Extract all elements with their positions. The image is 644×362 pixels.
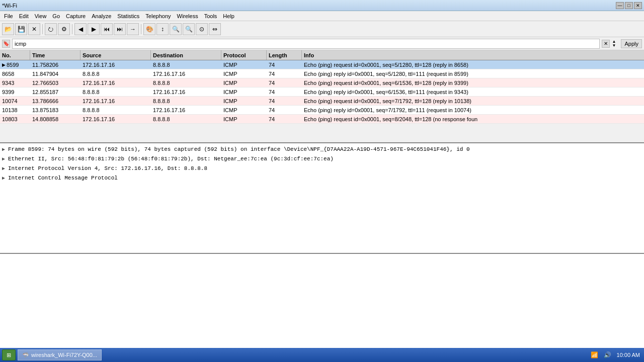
cell-length: 74 [267, 69, 302, 78]
filter-next-button[interactable]: ▼ [612, 44, 619, 48]
start-button[interactable]: ⊞ [2, 349, 16, 360]
cell-protocol: ICMP [221, 106, 267, 114]
hex-pane [0, 254, 644, 350]
detail-item-ip[interactable]: ▶Internet Protocol Version 4, Src: 172.1… [0, 163, 644, 173]
cell-length: 74 [267, 97, 302, 105]
capture-options-button[interactable]: ⚙ [58, 23, 70, 35]
detail-text: Internet Control Message Protocol [8, 175, 118, 181]
wireshark-taskbar-icon: 🦈 [22, 352, 29, 358]
table-row[interactable]: 939912.8551878.8.8.8172.16.17.16ICMP74Ec… [0, 87, 644, 97]
titlebar: *Wi-Fi — □ ✕ [0, 0, 644, 11]
menu-item-tools[interactable]: Tools [201, 12, 220, 20]
cell-source: 8.8.8.8 [80, 87, 151, 96]
col-protocol[interactable]: Protocol [221, 50, 267, 60]
menu-item-view[interactable]: View [32, 12, 50, 20]
toolbar-divider-1 [42, 24, 43, 34]
first-packet-button[interactable]: ⏮ [101, 23, 113, 35]
windows-icon: ⊞ [7, 352, 11, 358]
cell-source: 172.16.17.16 [80, 115, 151, 123]
cell-protocol: ICMP [221, 115, 267, 123]
menu-item-wireless[interactable]: Wireless [174, 12, 201, 20]
toolbar-divider-3 [141, 24, 141, 34]
filter-clear-button[interactable]: ✕ [602, 40, 610, 48]
packet-list-header: No. Time Source Destination Protocol Len… [0, 50, 644, 60]
filter-input[interactable]: icmp [12, 39, 600, 49]
cell-destination: 172.16.17.16 [151, 87, 221, 96]
cell-source: 8.8.8.8 [80, 106, 151, 114]
cell-time: 13.786666 [30, 97, 80, 105]
table-row[interactable]: 934312.766503172.16.17.168.8.8.8ICMP74Ec… [0, 78, 644, 87]
tray-network-icon: 📶 [591, 351, 599, 359]
cell-length: 74 [267, 115, 302, 123]
cell-length: 74 [267, 78, 302, 87]
zoom-out-button[interactable]: 🔍 [183, 23, 195, 35]
cell-destination: 8.8.8.8 [151, 115, 221, 123]
cell-no: 9343 [0, 78, 30, 87]
toolbar: 📂 💾 ✕ ⭮ ⚙ ◀ ▶ ⏮ ⏭ → 🎨 ↕ 🔍 🔍 ⊙ ⇔ [0, 21, 644, 37]
cell-time: 11.758206 [30, 60, 80, 69]
col-time[interactable]: Time [30, 50, 80, 60]
cell-protocol: ICMP [221, 69, 267, 78]
cell-source: 172.16.17.16 [80, 60, 151, 69]
detail-pane: ▶Frame 8599: 74 bytes on wire (592 bits)… [0, 143, 644, 254]
menu-item-edit[interactable]: Edit [16, 12, 32, 20]
cell-length: 74 [267, 106, 302, 114]
cell-destination: 8.8.8.8 [151, 60, 221, 69]
detail-expand-icon: ▶ [2, 165, 8, 171]
cell-no: 10074 [0, 97, 30, 105]
table-row[interactable]: 865811.8479048.8.8.8172.16.17.16ICMP74Ec… [0, 69, 644, 78]
filter-apply-button[interactable]: Apply [621, 39, 642, 48]
col-info[interactable]: Info [302, 50, 644, 60]
cell-time: 12.766503 [30, 78, 80, 87]
colorize-button[interactable]: 🎨 [143, 23, 155, 35]
save-button[interactable]: 💾 [15, 23, 27, 35]
table-row[interactable]: 1007413.786666172.16.17.168.8.8.8ICMP74E… [0, 97, 644, 106]
resize-columns-button[interactable]: ⇔ [209, 23, 221, 35]
menu-item-file[interactable]: File [1, 12, 16, 20]
menu-item-go[interactable]: Go [49, 12, 63, 20]
prev-packet-button[interactable]: ◀ [74, 23, 87, 35]
table-row[interactable]: 1013813.8751838.8.8.8172.16.17.16ICMP74E… [0, 106, 644, 115]
cell-source: 172.16.17.16 [80, 78, 151, 87]
go-to-packet-button[interactable]: → [127, 23, 139, 35]
detail-item-icmp[interactable]: ▶Internet Control Message Protocol [0, 173, 644, 183]
col-length[interactable]: Length [267, 50, 302, 60]
filter-nav: ▲ ▼ [612, 40, 619, 48]
menu-item-analyze[interactable]: Analyze [89, 12, 114, 20]
close-button[interactable]: ✕ [634, 2, 642, 9]
cell-length: 74 [267, 87, 302, 96]
zoom-reset-button[interactable]: ⊙ [196, 23, 208, 35]
filterbar: 🔖 icmp ✕ ▲ ▼ Apply [0, 37, 644, 50]
reload-button[interactable]: ⭮ [45, 23, 57, 35]
cell-info: Echo (ping) reply id=0x0001, seq=5/1280,… [302, 69, 644, 78]
next-packet-button[interactable]: ▶ [88, 23, 100, 35]
cell-time: 14.808858 [30, 115, 80, 123]
filter-bookmark-button[interactable]: 🔖 [2, 40, 10, 48]
menu-item-help[interactable]: Help [220, 12, 237, 20]
table-row[interactable]: 1080314.808858172.16.17.168.8.8.8ICMP74E… [0, 115, 644, 124]
menu-item-capture[interactable]: Capture [63, 12, 89, 20]
auto-scroll-button[interactable]: ↕ [156, 23, 169, 35]
last-packet-button[interactable]: ⏭ [114, 23, 126, 35]
detail-item-frame[interactable]: ▶Frame 8599: 74 bytes on wire (592 bits)… [0, 144, 644, 154]
table-row[interactable]: ▶859911.758206172.16.17.168.8.8.8ICMP74E… [0, 60, 644, 69]
detail-item-ethernet[interactable]: ▶Ethernet II, Src: 56:48:f0:81:79:2b (56… [0, 154, 644, 163]
taskbar: ⊞ 🦈 wireshark_Wi-Fi72Y-Q00... 📶 🔊 10:00 … [0, 348, 644, 362]
close-button[interactable]: ✕ [28, 23, 40, 35]
cell-destination: 172.16.17.16 [151, 69, 221, 78]
menu-item-telephony[interactable]: Telephony [142, 12, 174, 20]
taskbar-wireshark[interactable]: 🦈 wireshark_Wi-Fi72Y-Q00... [18, 349, 102, 360]
open-button[interactable]: 📂 [2, 23, 14, 35]
minimize-button[interactable]: — [616, 2, 624, 9]
zoom-in-button[interactable]: 🔍 [170, 23, 182, 35]
col-destination[interactable]: Destination [151, 50, 221, 60]
detail-text: Frame 8599: 74 bytes on wire (592 bits),… [8, 146, 470, 152]
cell-protocol: ICMP [221, 78, 267, 87]
col-source[interactable]: Source [80, 50, 151, 60]
window-controls: — □ ✕ [616, 2, 642, 9]
cell-info: Echo (ping) reply id=0x0001, seq=7/1792,… [302, 106, 644, 114]
col-no[interactable]: No. [0, 50, 30, 60]
detail-expand-icon: ▶ [2, 175, 8, 181]
menu-item-statistics[interactable]: Statistics [114, 12, 142, 20]
maximize-button[interactable]: □ [625, 2, 633, 9]
